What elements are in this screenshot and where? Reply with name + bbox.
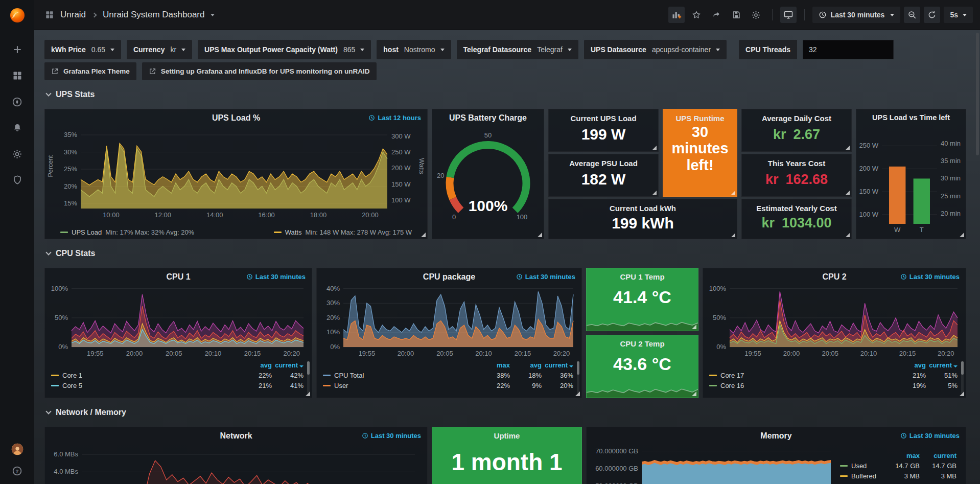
variable-kwh-price[interactable]: kWh Price 0.65 xyxy=(44,40,121,59)
svg-text:20:20: 20:20 xyxy=(284,350,300,357)
share-button[interactable] xyxy=(708,7,725,23)
stat-value: 1 month 1 xyxy=(432,448,581,476)
panel-ups-runtime[interactable]: UPS Runtime 30 minutes left! xyxy=(663,109,737,197)
section-network-memory[interactable]: Network / Memory xyxy=(44,407,968,418)
time-range-picker[interactable]: Last 30 minutes xyxy=(812,7,901,23)
section-ups-stats[interactable]: UPS Stats xyxy=(44,89,968,100)
link-grafana-plex-theme[interactable]: Grafana Plex Theme xyxy=(44,62,136,80)
legend-item[interactable]: Watts Min: 148 W Max: 278 W Avg: 175 W xyxy=(274,228,412,236)
chevron-down-icon xyxy=(45,90,51,96)
link-ups-monitoring-guide[interactable]: Setting up Grafana and InfluxDB for UPS … xyxy=(142,62,377,80)
svg-text:70.000000 GB: 70.000000 GB xyxy=(595,447,638,455)
chevron-down-icon xyxy=(45,249,51,255)
variable-ups-datasource[interactable]: UPS Datasource apcupsd-container xyxy=(584,40,727,59)
sort-caret-icon xyxy=(299,365,304,367)
bar-chart[interactable]: 100 W150 W200 W250 W20 min25 min30 min35… xyxy=(858,125,964,236)
user-avatar[interactable] xyxy=(11,443,24,455)
refresh-button[interactable] xyxy=(924,7,940,23)
legend: maxavgcurrent CPU Total 38% 18% 36% User… xyxy=(323,361,573,389)
svg-text:20:10: 20:10 xyxy=(205,350,222,357)
panel-current-ups-load[interactable]: Current UPS Load 199 W xyxy=(548,109,659,152)
panel-estimated-yearly-cost[interactable]: Estimated Yearly Cost kr1034.00 xyxy=(741,199,852,239)
stat-value: kr1034.00 xyxy=(742,213,851,234)
breadcrumb: Unraid Unraid System Dashboard xyxy=(43,9,215,21)
variable-telegraf-datasource[interactable]: Telegraf Datasource Telegraf xyxy=(457,40,578,59)
panel-cpu-package: CPU package Last 30 minutes 0%10%20%30%4… xyxy=(316,268,582,398)
time-series-chart[interactable]: 0%10%20%30%40%19:5520:0020:0520:1020:152… xyxy=(320,283,579,359)
dashboard-settings-gear-icon[interactable] xyxy=(748,7,764,23)
time-series-chart[interactable]: 15%20%25%30%35%100 W150 W200 W250 W300 W… xyxy=(58,125,415,223)
series-color-swatch xyxy=(840,465,848,467)
save-button[interactable] xyxy=(728,7,744,23)
add-panel-button[interactable] xyxy=(668,7,685,23)
svg-text:15%: 15% xyxy=(64,199,77,207)
svg-text:100: 100 xyxy=(517,213,528,221)
zoom-out-button[interactable] xyxy=(904,7,920,23)
chevron-down-icon[interactable] xyxy=(211,14,215,16)
series-color-swatch xyxy=(60,232,68,233)
series-color-swatch xyxy=(709,385,717,386)
legend-item[interactable]: UPS Load Min: 17% Max: 32% Avg: 20% xyxy=(60,228,194,236)
help-icon[interactable]: ? xyxy=(11,465,24,477)
breadcrumb-folder[interactable]: Unraid xyxy=(60,10,86,20)
legend-scrollbar[interactable] xyxy=(307,361,310,394)
variable-host[interactable]: host Nostromo xyxy=(377,40,451,59)
panel-cpu1-temp[interactable]: CPU 1 Temp 41.4 °C xyxy=(586,268,698,331)
variable-currency[interactable]: Currency kr xyxy=(127,40,192,59)
series-color-swatch xyxy=(51,375,59,376)
svg-text:20:05: 20:05 xyxy=(166,350,182,357)
section-cpu-stats[interactable]: CPU Stats xyxy=(44,248,968,259)
legend-scrollbar[interactable] xyxy=(961,361,964,394)
svg-text:50%: 50% xyxy=(713,314,726,321)
legend-row: Core 17 21% 51% xyxy=(709,372,958,379)
time-series-chart[interactable]: 50.000000 GB60.000000 GB70.000000 GB xyxy=(591,443,835,484)
svg-text:19:55: 19:55 xyxy=(744,350,761,357)
svg-text:30 min: 30 min xyxy=(941,174,961,182)
svg-text:0: 0 xyxy=(452,213,456,221)
legend-scrollbar[interactable] xyxy=(577,361,579,394)
cpu-threads-input[interactable] xyxy=(803,40,894,59)
svg-text:20:20: 20:20 xyxy=(938,350,954,357)
grafana-app: ? Unraid Unraid System Dashboard xyxy=(0,0,980,484)
topnav-actions: Last 30 minutes 5s xyxy=(668,7,973,23)
create-plus-icon[interactable] xyxy=(11,43,24,56)
svg-text:20: 20 xyxy=(437,172,444,179)
panel-current-load-kwh[interactable]: Current Load kWh 199 kWh xyxy=(548,199,737,239)
chevron-down-icon xyxy=(181,49,185,51)
configuration-gear-icon[interactable] xyxy=(11,148,24,160)
svg-text:40 min: 40 min xyxy=(941,140,961,147)
panel-cpu2-temp[interactable]: CPU 2 Temp 43.6 °C xyxy=(586,335,698,398)
dashboard-grid-icon xyxy=(43,9,56,21)
panel-title[interactable]: UPS Battery Charge xyxy=(432,109,544,123)
battery-gauge[interactable]: 02050100100% xyxy=(432,124,544,237)
cpu-row: CPU 1 Last 30 minutes 0%50%100%19:5520:0… xyxy=(44,268,968,398)
page-scrollbar[interactable] xyxy=(976,33,979,155)
grafana-logo[interactable] xyxy=(8,6,27,26)
panel-title[interactable]: UPS Load vs Time left xyxy=(856,109,966,122)
alerting-bell-icon[interactable] xyxy=(11,122,24,134)
variable-ups-max-output[interactable]: UPS Max Output Power Capacity (Watt) 865 xyxy=(198,40,371,59)
time-series-chart[interactable]: 0%50%100%19:5520:0020:0520:1020:1520:20 xyxy=(48,283,310,359)
refresh-interval-picker[interactable]: 5s xyxy=(944,7,973,23)
svg-text:20:20: 20:20 xyxy=(553,350,570,357)
stat-value: 199 W xyxy=(549,123,658,146)
chevron-down-icon xyxy=(440,49,445,51)
panel-average-psu-load[interactable]: Average PSU Load 182 W xyxy=(548,154,659,197)
chevron-down-icon xyxy=(45,408,51,414)
dashboards-grid-icon[interactable] xyxy=(11,70,24,82)
server-admin-shield-icon[interactable] xyxy=(11,174,24,186)
star-button[interactable] xyxy=(688,7,705,23)
breadcrumb-dashboard-title[interactable]: Unraid System Dashboard xyxy=(103,10,204,20)
series-color-swatch xyxy=(840,475,848,477)
time-series-chart[interactable]: 2.0 MBs4.0 MBs6.0 MBs xyxy=(49,442,423,484)
cycle-view-monitor-icon[interactable] xyxy=(780,7,797,23)
explore-compass-icon[interactable] xyxy=(11,96,24,108)
time-series-chart[interactable]: 0%50%100%19:5520:0020:0520:1020:1520:20 xyxy=(706,283,964,359)
series-color-swatch xyxy=(274,232,282,233)
stat-value: kr162.68 xyxy=(742,168,851,191)
breadcrumb-separator-icon xyxy=(92,12,97,17)
panel-this-years-cost[interactable]: This Years Cost kr162.68 xyxy=(741,154,852,197)
template-variables-row: kWh Price 0.65 Currency kr UPS Max Outpu… xyxy=(44,40,968,59)
panel-uptime[interactable]: Uptime 1 month 1 xyxy=(432,427,582,484)
panel-average-daily-cost[interactable]: Average Daily Cost kr2.67 xyxy=(741,109,852,152)
